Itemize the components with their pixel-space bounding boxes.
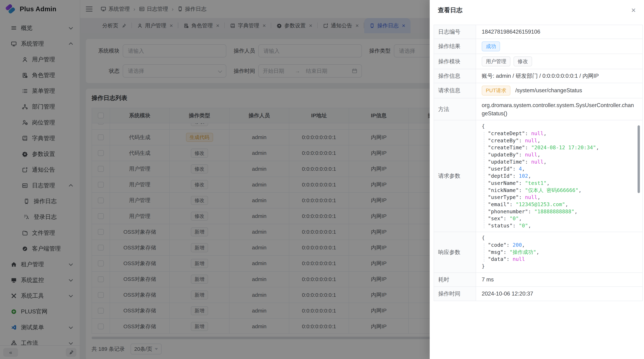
- code-token: [482, 173, 488, 179]
- code-token: "updateBy": [488, 152, 519, 158]
- code-token: null: [525, 194, 538, 200]
- code-token: :: [519, 180, 525, 186]
- code-token: null: [525, 152, 538, 158]
- code-token: "仅本人 密码666666": [525, 187, 578, 193]
- code-token: [482, 208, 488, 215]
- response-params-json: { "code": 200, "msg": "操作成功", "data": nu…: [482, 234, 642, 270]
- code-token: [482, 223, 488, 229]
- code-token: [482, 242, 488, 248]
- code-token: {: [482, 235, 485, 241]
- field-info: 操作信息 账号: admin / 研发部门 / 0:0:0:0:0:0:0:1 …: [434, 69, 642, 83]
- code-token: "createTime": [488, 144, 525, 151]
- code-token: ,: [536, 249, 539, 255]
- http-method-tag: PUT请求: [482, 86, 510, 95]
- code-token: ,: [522, 166, 525, 172]
- code-token: "0": [510, 215, 519, 222]
- code-line: "updateTime": null,: [482, 158, 642, 166]
- code-token: ,: [596, 144, 599, 151]
- indent-guide: [484, 132, 484, 229]
- field-result: 操作结果 成功: [434, 39, 642, 54]
- code-token: [482, 201, 488, 207]
- code-token: [482, 152, 488, 158]
- code-token: :: [519, 194, 525, 200]
- indent-guide: [484, 244, 484, 262]
- code-token: "12345@1253.com": [516, 201, 565, 207]
- scrollbar-thumb[interactable]: [638, 125, 640, 193]
- code-line: "createDept": null,: [482, 130, 642, 137]
- code-token: ,: [544, 130, 546, 136]
- code-token: ,: [528, 173, 531, 179]
- close-icon[interactable]: ×: [631, 6, 636, 14]
- code-line: "nickName": "仅本人 密码666666",: [482, 187, 642, 194]
- code-token: "msg": [488, 249, 503, 255]
- code-token: "操作成功": [510, 249, 536, 255]
- code-token: [482, 194, 488, 200]
- code-token: :: [513, 173, 519, 179]
- code-token: "phonenumber": [488, 208, 528, 215]
- code-line: "status": "0",: [482, 222, 642, 229]
- code-token: "test1": [525, 180, 547, 186]
- module-tag: 用户管理: [482, 56, 510, 66]
- code-line: "code": 200,: [482, 242, 642, 249]
- field-module: 操作模块 用户管理 修改: [434, 54, 642, 69]
- code-token: :: [506, 242, 513, 248]
- field-method: 方法 org.dromara.system.controller.system.…: [434, 98, 642, 120]
- code-line: "email": "12345@1253.com",: [482, 201, 642, 208]
- view-log-drawer: 查看日志 × 日志编号 1842781986426159106 操作结果 成功 …: [430, 0, 644, 359]
- code-token: [482, 215, 488, 222]
- result-tag: 成功: [482, 41, 500, 51]
- code-token: :: [504, 215, 510, 222]
- code-token: :: [504, 249, 510, 255]
- code-line: "data": null: [482, 256, 642, 263]
- code-token: 102: [519, 173, 528, 179]
- code-token: [482, 144, 488, 151]
- code-token: ,: [538, 152, 540, 158]
- code-token: "createDept": [488, 130, 525, 136]
- code-token: "userId": [488, 166, 512, 172]
- code-token: :: [519, 152, 525, 158]
- code-token: [482, 180, 488, 186]
- log-detail-table: 日志编号 1842781986426159106 操作结果 成功 操作模块 用户…: [434, 25, 643, 301]
- code-line: "sex": "0",: [482, 215, 642, 222]
- field-log-id: 日志编号 1842781986426159106: [434, 25, 642, 39]
- field-request: 请求信息 PUT请求 /system/user/changeStatus: [434, 83, 642, 98]
- code-line: "createBy": null,: [482, 137, 642, 144]
- code-token: [482, 130, 488, 136]
- code-token: ,: [522, 242, 525, 248]
- code-line: "userType": null,: [482, 194, 642, 201]
- code-token: "email": [488, 201, 510, 207]
- code-token: null: [531, 159, 544, 165]
- code-token: :: [513, 166, 519, 172]
- code-token: ,: [547, 180, 550, 186]
- code-token: :: [519, 187, 525, 193]
- code-token: :: [506, 256, 513, 262]
- code-token: :: [525, 144, 531, 151]
- code-token: "status": [488, 223, 512, 229]
- code-token: {: [482, 123, 485, 129]
- code-token: "sex": [488, 215, 503, 222]
- code-token: [482, 137, 488, 144]
- request-url: /system/user/changeStatus: [515, 87, 582, 94]
- field-request-params: 请求参数 { "createDept": null, "createBy": n…: [434, 120, 642, 232]
- code-line: {: [482, 123, 642, 130]
- code-token: [482, 187, 488, 193]
- code-token: ,: [544, 159, 546, 165]
- code-token: "userType": [488, 194, 519, 200]
- code-token: ,: [538, 137, 540, 144]
- field-op-time: 操作时间 2024-10-06 12:20:37: [434, 287, 642, 301]
- code-token: [482, 256, 488, 262]
- code-token: [482, 249, 488, 255]
- code-token: "createBy": [488, 137, 519, 144]
- code-token: [482, 166, 488, 172]
- code-token: "deptId": [488, 173, 512, 179]
- code-token: ,: [519, 215, 522, 222]
- drawer-header: 查看日志 ×: [430, 0, 644, 20]
- code-token: ,: [538, 194, 540, 200]
- code-token: ,: [574, 208, 578, 215]
- code-token: :: [513, 223, 519, 229]
- code-token: null: [513, 256, 525, 262]
- code-token: 4: [519, 166, 522, 172]
- code-token: "code": [488, 242, 506, 248]
- module-tag: 修改: [514, 56, 532, 66]
- code-token: :: [525, 130, 531, 136]
